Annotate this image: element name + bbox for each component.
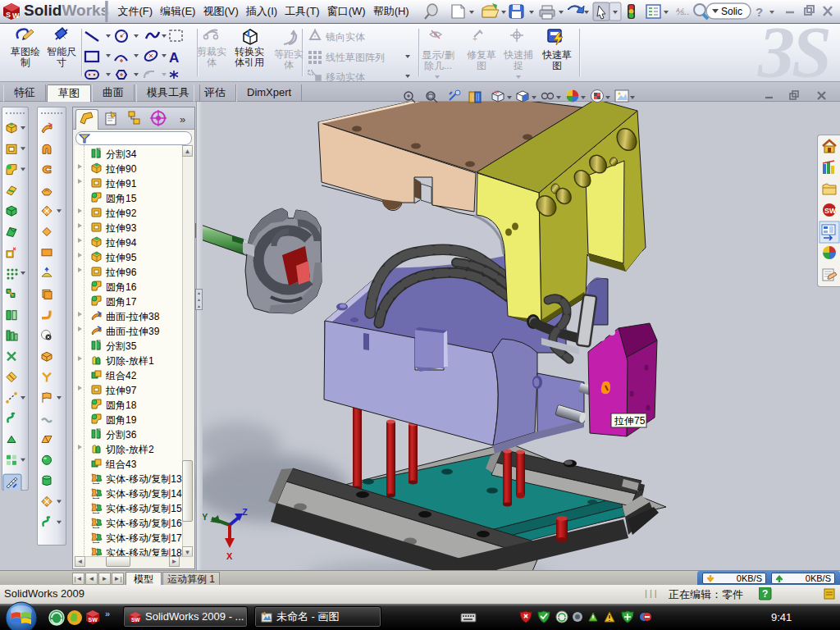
svg-text:Solic: Solic <box>721 6 742 17</box>
svg-text:X: X <box>226 551 233 561</box>
svg-text:Y: Y <box>202 512 208 522</box>
svg-text:»: » <box>105 609 110 619</box>
svg-text:⅍..: ⅍.. <box>675 7 689 16</box>
svg-text:拉伸75: 拉伸75 <box>614 415 646 427</box>
svg-text:Z: Z <box>242 507 248 517</box>
svg-text:?: ? <box>762 588 768 600</box>
svg-text:+: + <box>472 34 477 43</box>
svg-text:A: A <box>169 50 179 66</box>
svg-text:SW: SW <box>131 617 140 623</box>
svg-text:SW: SW <box>89 617 98 623</box>
svg-text:9:41: 9:41 <box>771 611 792 623</box>
svg-text:»: » <box>180 113 185 126</box>
svg-text:SW: SW <box>824 207 837 215</box>
